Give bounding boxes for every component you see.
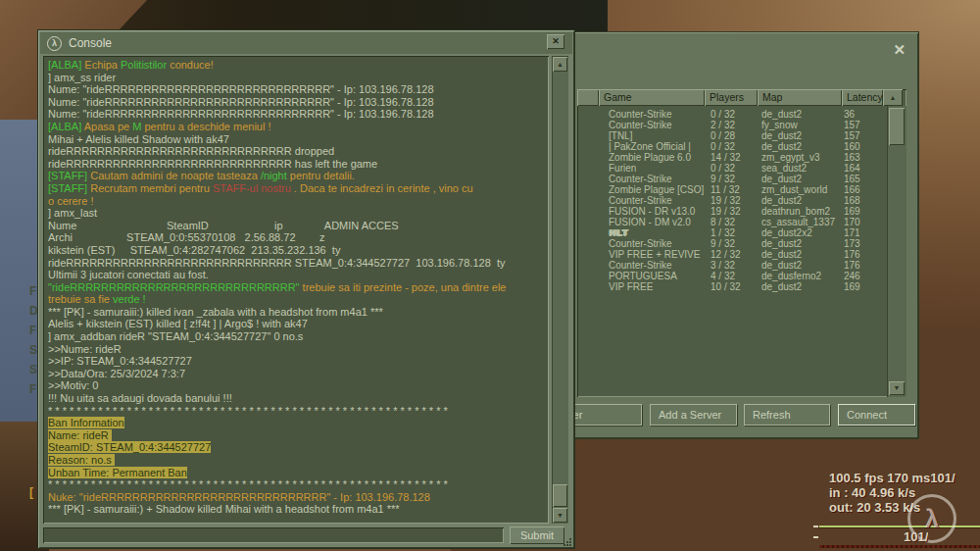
server-row[interactable]: Counter-Strike0 / 32de_dust236: [577, 109, 887, 120]
server-name: FUSION - DR v13.0: [609, 206, 710, 217]
net-graph-line: [819, 526, 980, 527]
server-row[interactable]: VIP FREE + REVIVE12 / 32de_dust2176: [577, 249, 887, 260]
console-line: [STAFF] Recrutam membri pentru STAFF-ul …: [48, 182, 544, 195]
server-players: 2 / 32: [710, 120, 761, 130]
server-players: 9 / 32: [710, 238, 761, 249]
server-map: de_dust2: [761, 130, 844, 141]
server-latency: 170: [844, 217, 883, 227]
server-players: 0 / 28: [710, 130, 761, 141]
console-line: ] amx_ss rider: [48, 72, 544, 84]
server-row[interactable]: Zombie Plague [CSO]11 / 32zm_dust_world1…: [577, 184, 887, 195]
column-header-latency[interactable]: Latency: [842, 89, 883, 106]
close-icon[interactable]: ✕: [893, 41, 906, 59]
scrollbar-thumb[interactable]: [889, 108, 905, 145]
server-name: Counter-Strike: [609, 174, 710, 184]
console-line: * * * * * * * * * * * * * * * * * * * * …: [48, 478, 544, 491]
net-out-readout: out: 20 3.53 k/s: [829, 500, 920, 515]
server-latency: 169: [844, 281, 883, 292]
server-row[interactable]: HLT1 / 32de_dust2x2171: [577, 227, 887, 238]
server-row[interactable]: Furien0 / 32sea_dust2164: [577, 163, 887, 174]
console-line: "rideRRRRRRRRRRRRRRRRRRRRRRRRRRRRR" treb…: [48, 281, 544, 294]
console-line: Nuke: "rideRRRRRRRRRRRRRRRRRRRRRRRRRRRRR…: [48, 491, 544, 504]
background-text-fragment: S: [29, 343, 37, 357]
server-row[interactable]: | PakZone Official |0 / 32de_dust2160: [577, 141, 887, 152]
column-header-map[interactable]: Map: [758, 89, 842, 106]
submit-button[interactable]: Submit: [510, 526, 564, 544]
console-line: rideRRRRRRRRRRRRRRRRRRRRRRRRRRRRR has le…: [48, 158, 544, 171]
server-row[interactable]: Counter-Strike3 / 32de_dust2176: [577, 260, 887, 271]
column-header-players[interactable]: Players: [705, 89, 758, 106]
server-latency: 176: [844, 260, 883, 271]
server-row[interactable]: Counter-Strike2 / 32fy_snow157: [577, 120, 887, 130]
connect-button[interactable]: Connect: [838, 404, 915, 426]
server-players: 1 / 32: [710, 227, 761, 238]
server-row[interactable]: [TNL]0 / 28de_dust2157: [577, 130, 887, 141]
server-latency: 36: [844, 109, 883, 120]
console-line: trebuie sa fie verde !: [48, 293, 544, 306]
console-line: [STAFF] Cautam admini de noapte tasteaza…: [48, 170, 544, 182]
server-map: de_dust2: [761, 238, 844, 249]
console-scrollbar[interactable]: ▲ ▼: [552, 56, 568, 524]
console-line: Name: rideR: [48, 429, 544, 442]
server-name: Zombie Plague 6.0: [609, 152, 710, 163]
console-line: [ALBA] Echipa Politistilor conduce!: [48, 59, 544, 72]
console-line: Mihai + Alelis killed Shadow with ak47: [48, 133, 544, 146]
server-row[interactable]: Counter-Strike9 / 32de_dust2165: [577, 174, 887, 184]
console-command-input[interactable]: [43, 527, 504, 543]
scroll-down-icon[interactable]: ▼: [889, 381, 905, 395]
server-latency: 157: [844, 120, 883, 130]
server-players: 14 / 32: [710, 152, 761, 163]
console-line: rideRRRRRRRRRRRRRRRRRRRRRRRRRRRRR STEAM_…: [48, 257, 544, 270]
server-players: 12 / 32: [710, 249, 761, 260]
console-line: >>Data/Ora: 25/3/2024 7:3:7: [48, 368, 544, 380]
background-text-fragment: S: [29, 363, 37, 376]
server-list-panel: Game Players Map Latency ▲ Counter-Strik…: [577, 89, 906, 397]
console-line: ] amx_addban rideR "STEAM_0:4:344527727"…: [48, 330, 544, 343]
resize-grip-icon[interactable]: [564, 537, 572, 546]
scroll-up-icon[interactable]: ▲: [553, 57, 567, 72]
server-map: de_dusferno2: [761, 271, 844, 281]
console-line: Reason: no.s: [48, 454, 544, 467]
server-name: Counter-Strike: [609, 238, 710, 249]
server-row[interactable]: Counter-Strike9 / 32de_dust2173: [577, 238, 887, 249]
server-map: de_dust2: [761, 195, 844, 206]
half-life-lambda-icon: λ: [47, 36, 62, 51]
server-row[interactable]: VIP FREE10 / 32de_dust2169: [577, 281, 887, 292]
scroll-down-icon[interactable]: ▼: [553, 508, 567, 523]
server-latency: 166: [844, 184, 883, 195]
server-latency: 173: [844, 238, 883, 249]
console-line: Ban Information: [48, 417, 544, 429]
server-latency: 168: [844, 195, 883, 206]
server-name: VIP FREE + REVIVE: [609, 249, 710, 260]
column-header-lead[interactable]: [577, 89, 599, 106]
server-name: Counter-Strike: [609, 195, 710, 206]
console-line: kikstein (EST) STEAM_0:4:282747062 213.3…: [48, 244, 544, 257]
server-name: [TNL]: [609, 130, 710, 141]
server-map: de_dust2: [761, 260, 844, 271]
console-titlebar[interactable]: λ Console: [40, 32, 572, 54]
server-row[interactable]: FUSION - DR v13.019 / 32deathrun_bom2169: [577, 206, 887, 217]
net-graph: 100.5 fps 170 ms101/ in : 40 4.96 k/s ou…: [811, 469, 980, 551]
scrollbar-thumb[interactable]: [553, 484, 567, 507]
server-row[interactable]: Counter-Strike19 / 32de_dust2168: [577, 195, 887, 206]
console-line: Nume SteamID ip ADMIN ACCES: [48, 220, 544, 232]
background-text-fragment: F: [29, 382, 36, 396]
console-line: rideRRRRRRRRRRRRRRRRRRRRRRRRRRRRR droppe…: [48, 145, 544, 158]
server-row[interactable]: Zombie Plague 6.014 / 32zm_egypt_v3163: [577, 152, 887, 163]
background-chat-fragment: [: [29, 485, 33, 499]
column-header-game[interactable]: Game: [599, 89, 705, 106]
add-a-server-button[interactable]: Add a Server: [650, 404, 737, 426]
scroll-up-icon[interactable]: ▲: [883, 89, 903, 106]
server-row[interactable]: FUSION - DM v2.08 / 32cs_assault_1337170: [577, 217, 887, 227]
close-button[interactable]: ✕: [547, 34, 564, 49]
server-name: HLT: [609, 227, 710, 238]
server-players: 19 / 32: [710, 206, 761, 217]
net-corner-readout: 101/: [904, 529, 928, 544]
server-map: zm_dust_world: [761, 184, 844, 195]
server-name: Counter-Strike: [609, 109, 710, 120]
server-list-scrollbar[interactable]: ▼: [887, 106, 906, 397]
server-latency: 169: [844, 206, 883, 217]
refresh-button[interactable]: Refresh: [744, 404, 830, 426]
console-line: *** [PK] - samuraiii:) + Shadow killed M…: [48, 503, 544, 516]
server-row[interactable]: PORTUGUESA4 / 32de_dusferno2246: [577, 271, 887, 281]
